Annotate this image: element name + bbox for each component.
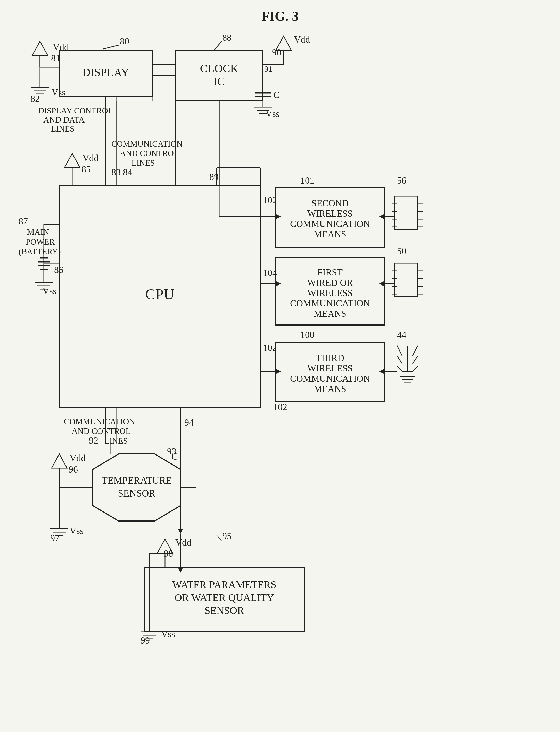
comm-lines-label2: AND CONTROL	[120, 148, 179, 158]
vss-99-label: Vss	[161, 629, 175, 639]
ref-85: 85	[81, 164, 91, 174]
display-label: DISPLAY	[82, 66, 129, 79]
ref-100: 100	[300, 329, 314, 340]
lines-label: LINES	[104, 436, 128, 446]
main-power-label2: POWER	[26, 237, 55, 246]
temp-sensor-label2: SENSOR	[118, 488, 155, 499]
vdd-90-label: Vdd	[294, 34, 310, 45]
c-label-clock: C	[273, 90, 279, 100]
third-wireless-label1: THIRD	[316, 353, 344, 363]
ref-102-top: 102	[263, 195, 277, 205]
vss-clock-label: Vss	[266, 109, 279, 119]
main-power-label1: MAIN	[27, 227, 49, 236]
temp-sensor-label1: TEMPERATURE	[102, 475, 172, 486]
ref-90: 90	[272, 47, 281, 57]
first-wired-label1: FIRST	[317, 267, 343, 277]
vss-82-label: Vss	[52, 87, 65, 97]
ref-91: 91	[264, 64, 273, 73]
first-wired-label5: MEANS	[314, 308, 346, 319]
ref-101: 101	[300, 175, 314, 186]
vss-97-label: Vss	[70, 526, 84, 536]
ref-104: 104	[263, 268, 277, 278]
cpu-label: CPU	[145, 286, 175, 302]
ref-44: 44	[397, 329, 406, 340]
display-control-label: DISPLAY CONTROL	[38, 106, 113, 115]
ref-82: 82	[30, 94, 40, 104]
comm-control-92-label2: AND CONTROL	[72, 426, 130, 436]
water-sensor-label1: WATER PARAMETERS	[172, 579, 276, 590]
ref-99: 99	[141, 635, 150, 646]
comm-control-92-label1: COMMUNICATION	[64, 417, 135, 426]
ref-50: 50	[397, 246, 406, 256]
ref-94: 94	[184, 417, 194, 428]
main-power-label3: (BATTERY)	[19, 247, 61, 256]
diagram-container: FIG. 3 80 DISPLAY Vdd 81 Vss 82 DISPLAY …	[0, 0, 560, 732]
vdd-85-label: Vdd	[83, 153, 98, 163]
ref-96: 96	[69, 464, 78, 475]
ref-102-mid: 102	[263, 342, 277, 353]
vdd-96-label: Vdd	[70, 453, 86, 463]
ref-89: 89	[209, 172, 219, 182]
ref-102-bottom: 102	[273, 402, 287, 412]
comm-lines-label1: COMMUNICATION	[111, 139, 183, 148]
display-control-label3: LINES	[51, 124, 75, 133]
display-control-label2: AND DATA	[43, 115, 85, 124]
ref-93: 93	[167, 446, 176, 457]
ref-97: 97	[50, 533, 60, 543]
first-wired-label4: COMMUNICATION	[290, 298, 370, 308]
ref-81: 81	[51, 53, 60, 63]
ref-95: 95	[222, 531, 232, 541]
clock-ref: 88	[222, 32, 232, 43]
second-wireless-label1: SECOND	[311, 198, 349, 208]
second-wireless-label4: MEANS	[314, 229, 346, 239]
vdd-81-label: Vdd	[53, 42, 69, 52]
third-wireless-label4: MEANS	[314, 384, 346, 394]
first-wired-label2: WIRED OR	[307, 277, 353, 288]
third-wireless-label3: COMMUNICATION	[290, 374, 370, 384]
water-sensor-label2: OR WATER QUALITY	[175, 592, 274, 603]
vdd-98-label: Vdd	[175, 537, 191, 548]
ref-83-84: 83 84	[111, 167, 132, 177]
water-sensor-label3: SENSOR	[204, 605, 244, 616]
comm-lines-label3: LINES	[131, 158, 155, 167]
ref-87: 87	[19, 216, 28, 226]
fig-title: FIG. 3	[261, 9, 299, 23]
ref-56: 56	[397, 175, 406, 186]
ref-92: 92	[89, 436, 98, 446]
vss-86-label: Vss	[43, 286, 56, 296]
second-wireless-label2: WIRELESS	[307, 208, 353, 219]
second-wireless-label3: COMMUNICATION	[290, 219, 370, 229]
clock-label1: CLOCK	[200, 62, 238, 75]
ref-86: 86	[54, 265, 63, 275]
first-wired-label3: WIRELESS	[307, 288, 353, 298]
clock-label2: IC	[213, 75, 225, 88]
display-ref: 80	[120, 36, 129, 46]
third-wireless-label2: WIRELESS	[307, 363, 353, 374]
